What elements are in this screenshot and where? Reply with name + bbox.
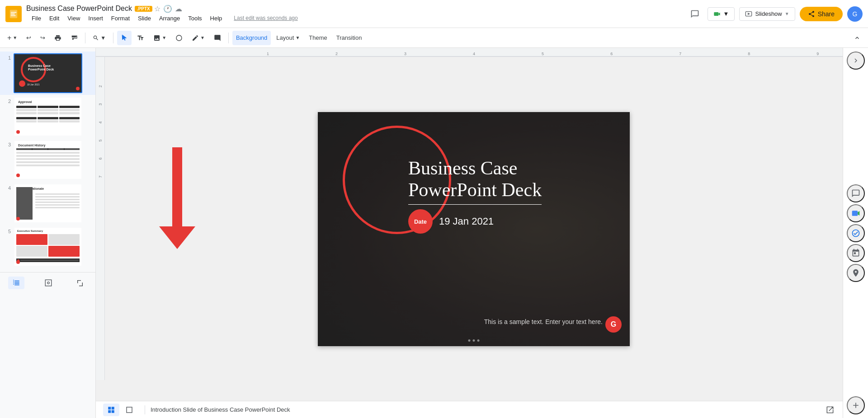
last-edit[interactable]: Last edit was seconds ago xyxy=(230,13,301,23)
slide-title-divider xyxy=(408,204,542,205)
undo-button[interactable]: ↩ xyxy=(23,31,35,45)
slide-item-5[interactable]: 5 Executive Summary xyxy=(0,225,95,268)
meet-button[interactable]: ▼ xyxy=(708,7,735,21)
collapse-panel-icon xyxy=(76,279,84,286)
slide-view-btn-2[interactable] xyxy=(121,404,137,416)
theme-button[interactable]: Theme xyxy=(305,31,330,45)
comment-button[interactable] xyxy=(210,31,225,45)
slide-panel: 1 Business CasePowerPoint Deck 19 Jan 20… xyxy=(0,48,96,272)
slide-item-2[interactable]: 2 Approval xyxy=(0,95,95,138)
slide-canvas[interactable]: Business Case PowerPoint Deck Date 19 Ja… xyxy=(318,112,630,346)
ruler-mark-4: 4 xyxy=(473,52,475,56)
sidebar-calendar-button[interactable] xyxy=(847,244,865,262)
top-right-actions: ▼ Slideshow ▼ Share G xyxy=(687,6,863,22)
ruler-mark-8: 8 xyxy=(748,52,750,56)
slide-item-4[interactable]: 4 Project Rationale xyxy=(0,182,95,225)
svg-rect-11 xyxy=(852,211,858,216)
share-button[interactable]: Share xyxy=(800,7,843,21)
slide-view-btn-1[interactable] xyxy=(103,404,119,416)
shapes-button[interactable] xyxy=(172,31,186,45)
sidebar-collapse-button[interactable] xyxy=(847,52,865,70)
svg-rect-3 xyxy=(11,15,16,16)
line-button[interactable]: ▼ xyxy=(188,31,208,45)
image-button[interactable]: ▼ xyxy=(150,31,170,45)
transition-button[interactable]: Transition xyxy=(333,31,366,45)
slide-title-group: Business Case PowerPoint Deck Date 19 Ja… xyxy=(408,157,542,234)
menu-view[interactable]: View xyxy=(64,13,84,23)
menu-file[interactable]: File xyxy=(28,13,45,23)
cloud-icon[interactable]: ☁ xyxy=(175,5,182,13)
collapse-panel-button[interactable] xyxy=(73,276,87,290)
sidebar-add-button[interactable] xyxy=(847,396,865,414)
svg-rect-2 xyxy=(11,14,15,14)
menu-format[interactable]: Format xyxy=(108,13,133,23)
history-icon[interactable]: 🕐 xyxy=(163,5,172,13)
dot-2 xyxy=(473,339,475,342)
app-logo xyxy=(5,6,22,22)
paint-format-icon xyxy=(71,34,78,42)
slide-date-value: 19 Jan 2021 xyxy=(439,216,494,227)
paint-format-button[interactable] xyxy=(67,31,81,45)
title-icons: ☆ 🕐 ☁ xyxy=(154,5,182,13)
print-button[interactable] xyxy=(51,31,65,45)
menu-slide[interactable]: Slide xyxy=(134,13,155,23)
bottom-right-actions xyxy=(823,403,837,417)
slide-date-badge: Date xyxy=(408,209,433,234)
menu-edit[interactable]: Edit xyxy=(46,13,63,23)
ruler-mark-5: 5 xyxy=(542,52,544,56)
user-avatar[interactable]: G xyxy=(847,6,863,22)
file-type-badge: .PPTX xyxy=(135,6,152,12)
star-icon[interactable]: ☆ xyxy=(154,5,160,13)
bottom-divider xyxy=(145,405,145,414)
background-label: Background xyxy=(236,34,267,41)
redo-icon: ↪ xyxy=(40,34,45,41)
sidebar-maps-button[interactable] xyxy=(847,264,865,282)
slide-view-buttons xyxy=(101,402,139,418)
slide-num-5: 5 xyxy=(4,227,11,234)
slide-thumb-1: Business CasePowerPoint Deck 19 Jan 2021 xyxy=(14,53,82,93)
doc-title[interactable]: Business Case PowerPoint Deck xyxy=(26,5,132,13)
sidebar-meet-button[interactable] xyxy=(847,204,865,222)
layout-button[interactable]: Layout ▼ xyxy=(273,31,303,45)
slideshow-button[interactable]: Slideshow ▼ xyxy=(739,7,795,21)
grid-view-button[interactable] xyxy=(8,277,24,289)
slide-item-3[interactable]: 3 Document History xyxy=(0,138,95,182)
cursor-button[interactable] xyxy=(117,31,132,45)
slide-date-row: Date 19 Jan 2021 xyxy=(408,209,542,234)
slide-thumb-3: Document History xyxy=(14,140,82,180)
collapse-button[interactable] xyxy=(850,31,864,45)
text-box-button[interactable] xyxy=(133,31,148,45)
slide-container[interactable]: 2 3 4 5 6 7 Business Case PowerPoint Dec… xyxy=(96,57,843,401)
redo-button[interactable]: ↪ xyxy=(37,31,49,45)
menu-help[interactable]: Help xyxy=(207,13,226,23)
background-button[interactable]: Background xyxy=(232,31,271,45)
svg-marker-7 xyxy=(748,13,750,15)
menu-tools[interactable]: Tools xyxy=(184,13,205,23)
menu-insert[interactable]: Insert xyxy=(85,13,107,23)
ruler: 1 2 3 4 5 6 7 8 9 xyxy=(96,48,843,57)
image-icon xyxy=(153,34,160,42)
expand-icon xyxy=(826,406,834,413)
add-button[interactable]: + ▼ xyxy=(4,31,21,45)
zoom-button[interactable]: ▼ xyxy=(89,31,109,45)
expand-notes-button[interactable] xyxy=(823,403,837,417)
ruler-mark-9: 9 xyxy=(816,52,819,56)
main-area: 1 Business CasePowerPoint Deck 19 Jan 20… xyxy=(0,48,868,418)
chevron-right-icon xyxy=(852,56,860,65)
layout-label: Layout xyxy=(276,34,294,41)
svg-marker-10 xyxy=(159,226,195,249)
slide-panel-wrapper: 1 Business CasePowerPoint Deck 19 Jan 20… xyxy=(0,48,96,418)
collapse-icon xyxy=(854,34,861,42)
comments-button[interactable] xyxy=(687,6,703,22)
sidebar-chat-button[interactable] xyxy=(847,184,865,202)
menu-arrange[interactable]: Arrange xyxy=(156,13,184,23)
v-ruler-4: 4 xyxy=(98,121,102,123)
v-ruler-7: 7 xyxy=(98,175,102,178)
tasks-icon xyxy=(851,229,860,238)
filmstrip-view-button[interactable] xyxy=(40,277,57,289)
slide-item-1[interactable]: 1 Business CasePowerPoint Deck 19 Jan 20… xyxy=(0,52,95,95)
svg-marker-12 xyxy=(858,211,859,216)
sidebar-tasks-button[interactable] xyxy=(847,224,865,242)
ruler-mark-6: 6 xyxy=(610,52,613,56)
svg-rect-1 xyxy=(11,12,17,13)
